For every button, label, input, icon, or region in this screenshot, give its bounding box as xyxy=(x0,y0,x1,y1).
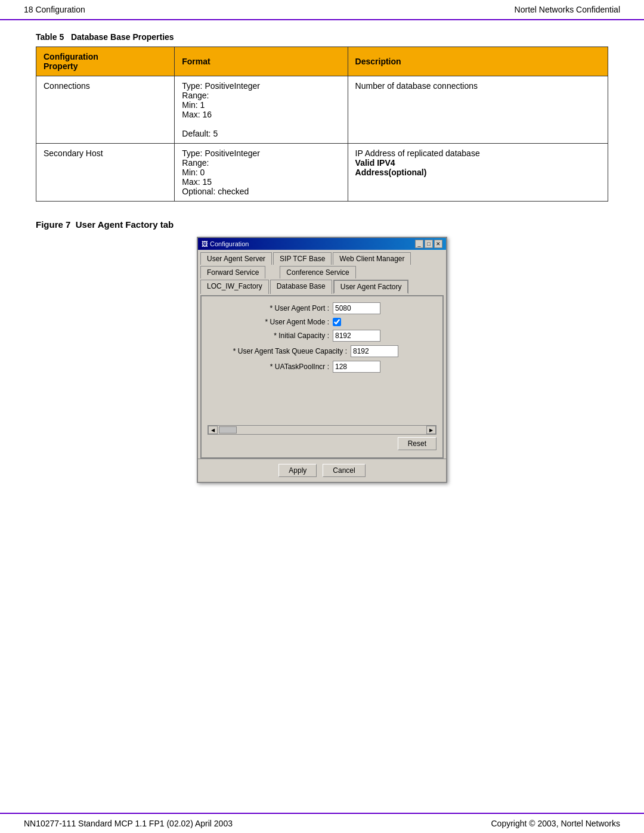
maximize-button[interactable]: □ xyxy=(425,240,433,248)
form-row-task-queue: * User Agent Task Queue Capacity : xyxy=(208,345,436,357)
table-row: Secondary Host Type: PositiveInteger Ran… xyxy=(36,144,608,202)
figure-caption: Figure 7 User Agent Factory tab xyxy=(36,219,608,230)
figure-label: Figure 7 xyxy=(36,219,70,230)
scroll-right-arrow[interactable]: ▶ xyxy=(426,426,436,434)
tab-user-agent-factory[interactable]: User Agent Factory xyxy=(333,280,409,294)
label-user-agent-port: * User Agent Port : xyxy=(208,304,333,312)
tab-user-agent-server[interactable]: User Agent Server xyxy=(200,252,272,265)
form-row-port: * User Agent Port : xyxy=(208,302,436,314)
tab-forward-service[interactable]: Forward Service xyxy=(200,266,265,278)
reset-row: Reset xyxy=(208,436,436,451)
label-user-agent-mode: * User Agent Mode : xyxy=(208,318,333,326)
tab-row-1: User Agent Server SIP TCF Base Web Clien… xyxy=(200,252,444,265)
apply-button[interactable]: Apply xyxy=(278,464,317,477)
col-header-property: ConfigurationProperty xyxy=(36,47,175,76)
table-row: Connections Type: PositiveInteger Range:… xyxy=(36,76,608,144)
figure-title: User Agent Factory tab xyxy=(76,219,174,230)
row1-property: Connections xyxy=(36,76,175,144)
cancel-button[interactable]: Cancel xyxy=(323,464,365,477)
header-right: Nortel Networks Confidential xyxy=(515,5,620,14)
close-button[interactable]: ✕ xyxy=(434,240,442,248)
row1-format: Type: PositiveInteger Range: Min: 1 Max:… xyxy=(175,76,348,144)
title-bar: 🖼 Configuration _ □ ✕ xyxy=(198,238,446,250)
checkbox-user-agent-mode[interactable] xyxy=(333,318,341,326)
row1-description: Number of database connections xyxy=(348,76,608,144)
dialog-window: 🖼 Configuration _ □ ✕ User Agent Server … xyxy=(197,237,447,483)
col-header-description: Description xyxy=(348,47,608,76)
page-footer: NN10277-111 Standard MCP 1.1 FP1 (02.02)… xyxy=(0,813,644,833)
tab-web-client-manager[interactable]: Web Client Manager xyxy=(333,252,411,265)
dialog-footer: Apply Cancel xyxy=(198,459,446,482)
page-header: 18 Configuration Nortel Networks Confide… xyxy=(0,0,644,20)
form-row-initial-capacity: * Initial Capacity : xyxy=(208,330,436,342)
tab-sip-tcf-base[interactable]: SIP TCF Base xyxy=(273,252,332,265)
table-title: Table 5 Database Base Properties xyxy=(36,32,608,42)
label-task-queue-capacity: * User Agent Task Queue Capacity : xyxy=(208,347,351,355)
title-bar-buttons: _ □ ✕ xyxy=(415,240,442,248)
row2-format: Type: PositiveInteger Range: Min: 0 Max:… xyxy=(175,144,348,202)
horizontal-scrollbar[interactable]: ◀ ▶ xyxy=(208,425,436,435)
title-bar-text: 🖼 Configuration xyxy=(202,240,249,247)
scroll-thumb[interactable] xyxy=(219,426,237,433)
tab-row-2: Forward Service Conference Service xyxy=(200,266,444,278)
tab-row-3: LOC_IW_Factory Database Base User Agent … xyxy=(200,280,444,294)
header-left: 18 Configuration xyxy=(24,5,85,14)
label-ua-task-pool-incr: * UATaskPoolIncr : xyxy=(208,363,333,371)
footer-right: Copyright © 2003, Nortel Networks xyxy=(491,819,620,828)
input-task-queue-capacity[interactable] xyxy=(351,345,398,357)
col-header-format: Format xyxy=(175,47,348,76)
scroll-area xyxy=(208,376,436,424)
row2-property: Secondary Host xyxy=(36,144,175,202)
row2-description: IP Address of replicated database Valid … xyxy=(348,144,608,202)
form-row-mode: * User Agent Mode : xyxy=(208,318,436,326)
properties-table: ConfigurationProperty Format Description… xyxy=(36,47,608,202)
table-number: Table 5 xyxy=(36,32,64,42)
scroll-left-arrow[interactable]: ◀ xyxy=(208,426,218,434)
tab-conference-service[interactable]: Conference Service xyxy=(280,266,355,278)
tab-loc-iw-factory[interactable]: LOC_IW_Factory xyxy=(200,280,269,294)
input-ua-task-pool-incr[interactable] xyxy=(333,361,380,373)
tab-database-base[interactable]: Database Base xyxy=(270,280,332,294)
tab-bar-outer: User Agent Server SIP TCF Base Web Clien… xyxy=(198,250,446,294)
main-content: Table 5 Database Base Properties Configu… xyxy=(0,20,644,495)
label-initial-capacity: * Initial Capacity : xyxy=(208,332,333,340)
tab-content: * User Agent Port : * User Agent Mode : … xyxy=(200,295,444,459)
tab-separator xyxy=(267,266,278,278)
input-initial-capacity[interactable] xyxy=(333,330,380,342)
footer-left: NN10277-111 Standard MCP 1.1 FP1 (02.02)… xyxy=(24,819,233,828)
input-user-agent-port[interactable] xyxy=(333,302,380,314)
minimize-button[interactable]: _ xyxy=(415,240,423,248)
reset-button[interactable]: Reset xyxy=(398,437,436,450)
form-row-ua-task-pool: * UATaskPoolIncr : xyxy=(208,361,436,373)
table-title-text: Database Base Properties xyxy=(71,32,174,42)
